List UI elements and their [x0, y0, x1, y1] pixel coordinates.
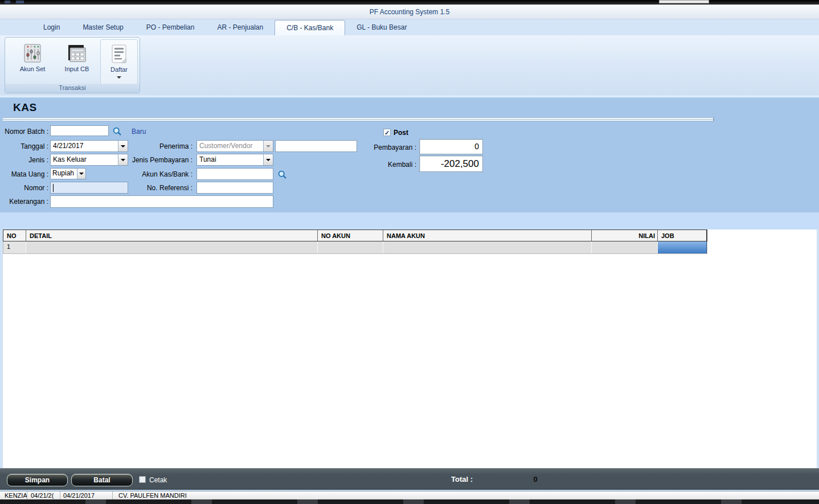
status-company: CV. PAULFEN MANDIRI — [113, 491, 819, 499]
no-referensi-label: No. Referensi : — [124, 184, 193, 192]
pembayaran-label: Pembayaran : — [348, 144, 416, 151]
cell-detail[interactable] — [26, 241, 318, 253]
akun-set-label: Akun Set — [12, 65, 53, 72]
grid-header-row: NO DETAIL NO AKUN NAMA AKUN NILAI JOB — [3, 230, 707, 241]
ribbon-group-label: Transaksi — [5, 84, 140, 93]
col-header-nama-akun[interactable]: NAMA AKUN — [383, 230, 592, 241]
col-header-job[interactable]: JOB — [658, 230, 707, 241]
penerima-name-input[interactable] — [275, 140, 357, 152]
window-icon-fragment — [5, 1, 10, 3]
penerima-dropdown-button — [263, 141, 273, 151]
nomor-label: Nomor : — [0, 184, 48, 192]
page-title: KAS — [13, 101, 37, 114]
detail-area: NO DETAIL NO AKUN NAMA AKUN NILAI JOB 1 — [0, 230, 819, 468]
col-header-no-akun[interactable]: NO AKUN — [318, 230, 383, 241]
ribbon-tab-strip: Login Master Setup PO - Pembelian AR - P… — [0, 19, 819, 35]
tab-cb-kas-bank[interactable]: C/B - Kas/Bank — [275, 20, 345, 35]
daftar-button[interactable]: Daftar — [100, 39, 138, 85]
ribbon-group-transaksi: Akun Set Input CB — [5, 37, 140, 93]
total-value: 0 — [515, 475, 555, 483]
jenis-pembayaran-select[interactable]: Tunai — [196, 154, 273, 166]
input-cb-label: Input CB — [56, 65, 97, 72]
jenis-value: Kas Keluar — [51, 154, 118, 165]
taskbar-edge — [0, 499, 819, 504]
penerima-label: Penerima : — [124, 142, 193, 150]
kembali-input[interactable]: -202,500 — [419, 155, 483, 172]
cell-no-akun[interactable] — [318, 241, 383, 253]
pembayaran-input[interactable]: 0 — [419, 139, 483, 154]
akun-set-button[interactable]: Akun Set — [12, 39, 53, 85]
mixer-icon — [22, 43, 43, 64]
tanggal-label: Tanggal : — [0, 142, 48, 150]
taskbar-texture — [0, 499, 819, 504]
pembayaran-value: 0 — [420, 140, 482, 154]
tab-ar-penjualan[interactable]: AR - Penjualan — [206, 20, 275, 35]
status-date-full: 04/21/2017 — [60, 491, 113, 499]
mata-uang-value: Rupiah — [51, 169, 77, 179]
tab-login[interactable]: Login — [32, 20, 71, 35]
tanggal-value: 4/21/2017 — [51, 141, 118, 151]
keterangan-label: Keterangan : — [0, 198, 48, 206]
cell-nilai[interactable] — [592, 241, 658, 253]
window-top-edge — [0, 0, 819, 5]
jenis-pembayaran-dropdown-button[interactable] — [263, 154, 273, 165]
post-label: Post — [394, 129, 416, 137]
cetak-label: Cetak — [149, 476, 167, 484]
penerima-select: Customer/Vendor — [196, 140, 273, 152]
mata-uang-select[interactable]: Rupiah — [50, 168, 86, 179]
col-header-nilai[interactable]: NILAI — [592, 230, 658, 241]
mata-uang-dropdown-button[interactable] — [77, 169, 85, 179]
col-header-detail[interactable]: DETAIL — [26, 230, 318, 241]
search-akun-icon[interactable] — [277, 170, 288, 180]
no-referensi-input[interactable] — [196, 182, 273, 194]
input-cb-button[interactable]: Input CB — [56, 39, 97, 85]
batal-button[interactable]: Batal — [71, 474, 133, 486]
kembali-label: Kembali : — [348, 161, 416, 169]
tab-po-pembelian[interactable]: PO - Pembelian — [135, 20, 206, 35]
nomor-batch-input[interactable] — [50, 125, 109, 136]
post-checkbox[interactable]: ✓ — [383, 129, 391, 136]
jenis-pembayaran-value: Tunai — [197, 154, 263, 165]
application-window: PF Accounting System 1.5 Login Master Se… — [0, 0, 819, 504]
detail-grid: NO DETAIL NO AKUN NAMA AKUN NILAI JOB 1 — [3, 230, 707, 254]
cetak-checkbox[interactable] — [139, 476, 146, 483]
tab-gl-buku-besar[interactable]: GL - Buku Besar — [345, 20, 418, 35]
ribbon: Akun Set Input CB — [0, 35, 819, 96]
akun-kasbank-input[interactable] — [196, 168, 273, 180]
chevron-down-icon — [266, 159, 271, 161]
calculator-icon — [66, 43, 88, 64]
baru-link[interactable]: Baru — [132, 128, 146, 136]
status-user: KENZIA — [0, 491, 27, 499]
action-bar: Simpan Batal Cetak Total : 0 — [0, 468, 819, 491]
cell-nama-akun[interactable] — [383, 241, 592, 253]
text-cursor — [53, 184, 54, 192]
keterangan-input[interactable] — [50, 195, 273, 208]
window-controls-fragment — [659, 0, 709, 3]
panel-lower-strip — [0, 212, 819, 230]
status-bar: KENZIA 04/21/2( 04/21/2017 CV. PAULFEN M… — [0, 491, 819, 499]
simpan-button[interactable]: Simpan — [7, 474, 68, 486]
akun-kasbank-label: Akun Kas/Bank : — [124, 170, 193, 178]
cell-job-selected[interactable] — [658, 241, 707, 253]
tanggal-select[interactable]: 4/21/2017 — [50, 140, 128, 152]
cell-no[interactable]: 1 — [3, 241, 26, 253]
jenis-label: Jenis : — [0, 156, 48, 164]
col-header-no[interactable]: NO — [3, 230, 26, 241]
tab-master-setup[interactable]: Master Setup — [71, 20, 134, 35]
jenis-select[interactable]: Kas Keluar — [50, 154, 128, 166]
title-bar: PF Accounting System 1.5 — [0, 5, 819, 19]
search-batch-icon[interactable] — [112, 126, 122, 137]
chevron-down-icon — [266, 145, 271, 147]
jenis-pembayaran-label: Jenis Pembayaran : — [124, 156, 193, 164]
table-row: 1 — [3, 241, 707, 254]
form-divider — [3, 117, 714, 121]
window-icon-fragment — [16, 1, 24, 3]
app-title: PF Accounting System 1.5 — [0, 5, 819, 19]
nomor-input[interactable] — [50, 182, 128, 194]
chevron-down-icon — [79, 173, 84, 175]
kembali-value: -202,500 — [420, 156, 482, 171]
daftar-label: Daftar — [101, 66, 137, 73]
mata-uang-label: Mata Uang : — [0, 170, 48, 178]
nomor-batch-label: Nomor Batch : — [0, 128, 48, 136]
daftar-dropdown-arrow-icon[interactable] — [117, 76, 121, 79]
